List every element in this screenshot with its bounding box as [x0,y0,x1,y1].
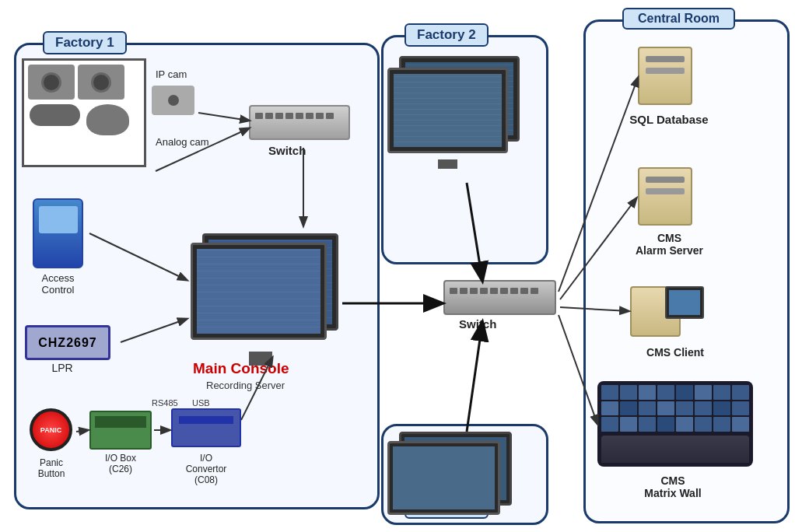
main-console-subtitle: Recording Server [206,380,285,391]
panic-button[interactable]: PANIC [30,408,72,451]
rs485-label: RS485 [152,398,178,408]
ip-camera-icon [152,86,194,115]
lpr-plate-text: CHZ2697 [38,336,96,350]
io-convertor-label: I/OConvertor(C08) [167,453,245,485]
bullet-camera-icon [30,104,80,126]
switch1-device [249,105,350,148]
box-camera-icon [28,65,75,100]
usb-label: USB [192,398,210,408]
svg-line-7 [467,323,482,432]
io-box [89,411,152,450]
ptz-camera-icon [86,104,129,135]
switch1-icon [249,105,350,140]
factory2-label: Factory 2 [405,23,489,47]
access-control-label: Access Control [25,272,91,296]
sql-server-icon [638,47,692,105]
matrix-desk [601,436,749,463]
cms-alarm-server-group [638,167,692,226]
cms-alarm-label: CMSAlarm Server [621,232,718,257]
switch2-label: Switch [459,317,496,331]
sql-server-group [638,47,692,105]
main-console [187,226,342,366]
switch2-device [443,280,556,323]
f2-monitor-stand [438,159,457,169]
factory3-monitor-group [387,432,524,529]
cms-matrix-wall [597,381,753,467]
factory2-monitor-group [387,56,524,169]
switch1-label: Switch [268,144,306,157]
panic-text: PANIC [40,426,61,434]
sql-label: SQL Database [622,113,716,126]
io-convertor [171,408,241,447]
diagram: Factory 1 Factory 2 Factory 3 Central Ro… [0,0,795,532]
cms-client-label: CMS Client [629,346,722,359]
cms-matrix-label: CMSMatrix Wall [622,474,723,499]
monitor-front-icon [191,243,327,340]
ip-cam-label: IP cam [156,68,187,80]
access-control [33,198,83,268]
access-control-icon [33,198,83,268]
factory2-monitors [387,56,524,169]
analog-cam-label: Analog cam [156,136,209,148]
ip-cam-device [152,86,198,121]
box-camera2-icon [78,65,124,100]
f3-monitor-front-icon [387,441,500,515]
switch2-icon [443,280,556,315]
camera-group [22,58,146,167]
cms-alarm-icon [638,167,692,226]
central-room-label: Central Room [622,8,735,30]
lpr-label: LPR [31,362,93,374]
factory3-monitors [387,432,524,529]
lpr-plate: CHZ2697 [25,325,110,360]
main-console-title: Main Console [193,360,289,377]
f2-monitor-front-icon [387,68,508,153]
factory1-label: Factory 1 [43,31,127,54]
panic-label: PanicButton [17,457,86,479]
io-box-label: I/O Box(C26) [82,453,159,474]
cms-client-monitor-icon [665,286,704,319]
main-console-monitors [187,226,342,366]
